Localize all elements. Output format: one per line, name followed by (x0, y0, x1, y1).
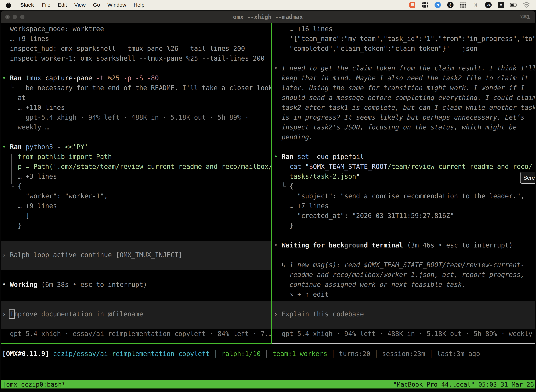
menu-item-help[interactable]: Help (130, 2, 148, 8)
terminal-text-segment (274, 163, 289, 170)
terminal-text-segment: (3m 46s • esc to interrupt) (407, 242, 513, 249)
terminal-text-segment: -t (96, 74, 108, 82)
tmux-session-label[interactable]: [omx-cczip0:bash* (1, 381, 65, 388)
menu-item-edit[interactable]: Edit (54, 2, 71, 8)
menu-item-window[interactable]: Window (104, 2, 130, 8)
menu-bar-left: Slack File Edit View Go Window Help (0, 1, 148, 9)
terminal-line: at (2, 93, 26, 103)
terminal-text-segment: { (18, 182, 22, 190)
terminal-text-segment: mprove documentation in @filename (14, 310, 143, 318)
screen-record-glyph (409, 2, 415, 8)
terminal-text-segment: Ran (10, 143, 26, 151)
terminal-line: › Ralph loop active continue [OMX_TMUX_I… (2, 250, 182, 260)
terminal-line: } (2, 221, 22, 231)
terminal-text-segment: Explain this codebase (282, 310, 364, 318)
terminal-text-segment: … +9 lines (2, 35, 49, 42)
menu-item-app[interactable]: Slack (17, 2, 38, 8)
terminal-text-segment: "completed","claim_token":"claim-token"}… (274, 45, 478, 52)
terminal-line: continue assigned work or next feasible … (274, 280, 466, 289)
terminal-text-segment: inspect_hud: omx sparkshell --tmux-pane … (2, 45, 245, 52)
terminal-line: is in progress? It seems likely but perh… (274, 112, 525, 122)
pane-divider-horizontal-active[interactable] (1, 343, 272, 344)
terminal-text-segment: cat (289, 163, 305, 170)
terminal-text-segment: Ran (282, 153, 297, 160)
terminal-line: "subject": "send a concise recommendatio… (274, 191, 525, 201)
terminal-line: inspect task2's JSON, focusing on the st… (274, 122, 517, 132)
terminal-text-segment: at (2, 94, 26, 102)
battery-icon[interactable] (510, 1, 517, 9)
terminal-line: › Improve documentation in @filename (2, 309, 143, 319)
terminal-text-segment: turns:20 (339, 350, 374, 358)
wifi-svg (523, 2, 530, 8)
menu-bar-status-icons: N ❮ § ..61 A (409, 1, 536, 9)
terminal-text-segment: • (2, 74, 10, 82)
menu-item-file[interactable]: File (38, 2, 54, 8)
terminal-line: … +9 lines (2, 201, 57, 211)
pane-divider-horizontal[interactable] (272, 343, 535, 344)
tool-call-connector (11, 154, 12, 184)
zoom-button[interactable] (20, 15, 24, 19)
pie-arrow-icon[interactable]: ❮ (447, 1, 454, 9)
terminal-text-segment: groun (344, 242, 364, 249)
terminal-line: • Waiting for background terminal (3m 46… (274, 240, 513, 250)
pie-arrow-glyph: ❮ (447, 2, 454, 8)
terminal-line: from pathlib import Path (2, 152, 112, 162)
wifi-icon[interactable] (523, 1, 530, 9)
terminal-line: keep that in mind. Maybe I also need the… (274, 73, 528, 83)
terminal-text-segment: Waiting for back (282, 242, 344, 249)
terminal-text-segment: $ (309, 163, 313, 170)
terminal-text-segment: gpt-5.4 xhigh · 94% left · 488K in · 5.1… (274, 330, 535, 338)
terminal-text-segment: task2 after task1 is complete, but can I… (274, 104, 535, 111)
terminal-line: gpt-5.4 xhigh · 94% left · 488K in · 5.1… (2, 112, 249, 122)
menu-item-view[interactable]: View (71, 2, 89, 8)
terminal-line: should send a message before completing … (274, 93, 535, 103)
terminal-text-segment: python3 (26, 143, 57, 151)
terminal-text-segment: I (10, 310, 14, 318)
menu-item-go[interactable]: Go (89, 2, 104, 8)
terminal-text-segment: "subject": "send a concise recommendatio… (274, 192, 525, 200)
minimize-button[interactable] (13, 15, 17, 19)
terminal-text-segment: is in progress? It seems likely but perh… (274, 114, 525, 121)
terminal-text-segment: tmux (26, 74, 45, 82)
terminal-text-segment: capture-pane (45, 74, 96, 82)
blue-badge-glyph: N (435, 2, 441, 8)
terminal-text-segment: { (289, 182, 293, 190)
terminal-text-segment: 1 new msg(s): read $OMX_TEAM_STATE_ROOT/… (289, 261, 525, 269)
input-source-icon[interactable]: A (497, 1, 505, 9)
terminal-text-segment: … +3 lines (2, 173, 57, 180)
screen-tooltip-label: Scre (523, 175, 535, 181)
terminal-text-segment: '{"team_name":"my-team","task_id":"1","f… (274, 35, 535, 42)
terminal-text-segment: "created_at": "2026-03-31T11:59:27.816Z" (274, 212, 454, 219)
terminal-text-segment: should send a message before completing … (274, 94, 535, 102)
apple-icon[interactable] (5, 1, 12, 9)
terminal-line: } (274, 221, 293, 231)
squiggle-icon[interactable]: § (472, 1, 479, 9)
screen-record-icon[interactable] (409, 1, 416, 9)
terminal-text-segment: gpt-5.4 xhigh · essay/ai-reimplementatio… (2, 330, 273, 338)
window-title-bar[interactable]: omx --xhigh --madmax ⌥⌘1 (1, 10, 535, 23)
dots-grid-icon[interactable] (459, 1, 467, 9)
terminal-line: › Explain this codebase (274, 309, 364, 319)
terminal-text-segment: inspect task2's JSON, focusing on the st… (274, 123, 517, 131)
terminal-line: • Ran set -euo pipefail (274, 152, 364, 162)
terminal-line: ⌥ + ↑ edit (274, 289, 329, 299)
blue-badge-icon[interactable]: N (434, 1, 441, 9)
terminal-line: … +9 lines (2, 34, 49, 44)
terminal-line: "worker": "worker-1", (2, 191, 108, 201)
terminal-text-segment: session:23m (382, 350, 429, 358)
count-badge-icon[interactable]: ..61 (485, 1, 492, 9)
close-button[interactable] (5, 15, 10, 19)
grid-shield-icon[interactable] (421, 1, 429, 9)
terminal-text-segment: be necessary for the end of the README. … (26, 84, 273, 92)
terminal-text-segment: readme-and-reco/mailbox/worker-1.json, a… (274, 271, 525, 279)
terminal-content: workspace_mode: worktree … +9 lines insp… (1, 23, 535, 388)
terminal-line: └ be necessary for the end of the README… (2, 83, 273, 93)
terminal-line: cat "$OMX_TEAM_STATE_ROOT/team/review-cu… (274, 162, 532, 172)
pane-divider-vertical[interactable] (271, 23, 272, 344)
terminal-text-segment: inspect_worker-1: omx sparkshell --tmux-… (2, 55, 264, 62)
terminal-line: readme-and-reco/mailbox/worker-1.json, a… (274, 270, 525, 280)
terminal-text-segment: Ran (10, 74, 26, 82)
apple-logo-svg (6, 2, 11, 8)
terminal-text-segment: set (297, 153, 313, 160)
dots-grid-svg (460, 2, 466, 8)
